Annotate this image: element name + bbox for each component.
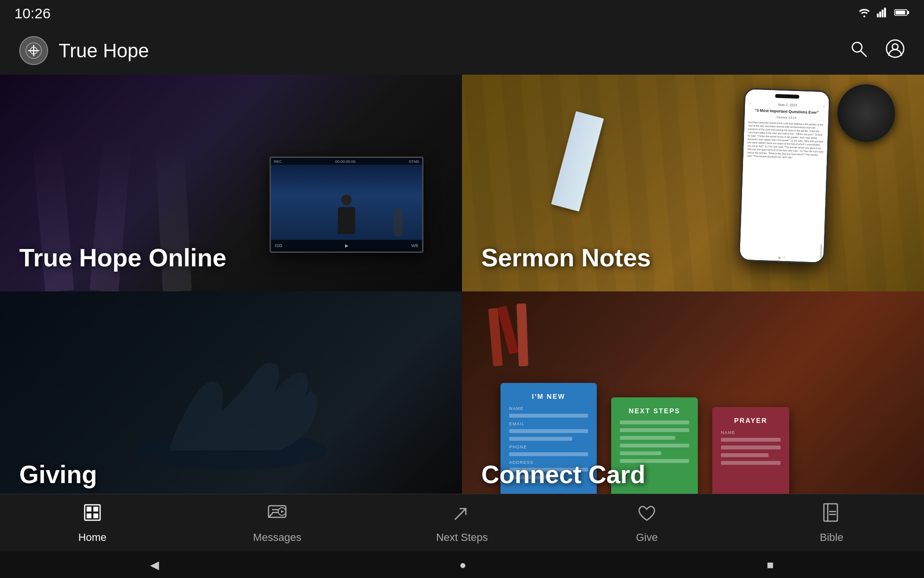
nav-label-home: Home (78, 531, 107, 544)
nav-label-messages: Messages (253, 531, 301, 544)
svg-rect-6 (907, 11, 909, 14)
svg-point-0 (863, 15, 865, 17)
home-icon (82, 502, 103, 527)
svg-rect-1 (877, 13, 879, 17)
next-steps-icon (451, 502, 473, 527)
svg-point-10 (852, 42, 862, 52)
phone-sermon-title: "3 Most Important Questions Ever" (749, 108, 825, 115)
svg-rect-17 (93, 507, 98, 512)
bottom-nav: Home Messages Next Steps (0, 494, 924, 552)
back-button[interactable]: ◀ (150, 558, 159, 572)
svg-point-13 (892, 44, 898, 50)
giving-label: Giving (19, 460, 97, 489)
giving-cell[interactable]: Giving (0, 291, 462, 508)
content-grid: REC 00:00:00:00 STND ISO ▶ WB True Hope … (0, 75, 924, 508)
bible-icon (821, 502, 842, 527)
system-nav: ◀ ● ■ (0, 552, 924, 578)
search-icon[interactable] (849, 39, 868, 63)
svg-rect-2 (879, 12, 881, 17)
signal-icon (877, 7, 888, 20)
nav-item-give[interactable]: Give (554, 502, 739, 544)
nav-item-next-steps[interactable]: Next Steps (370, 502, 554, 544)
app-bar: True Hope (0, 26, 924, 75)
phone-sermon-body: And they heard the sound of the Lord God… (747, 120, 824, 160)
nav-label-bible: Bible (820, 531, 844, 544)
give-icon (636, 502, 657, 527)
prayer-card-title: PRAYER (721, 417, 781, 424)
next-steps-card-title: NEXT STEPS (620, 407, 689, 415)
status-icons (858, 7, 910, 20)
true-hope-online-label: True Hope Online (19, 243, 227, 272)
svg-rect-19 (93, 513, 98, 518)
app-logo (19, 36, 48, 65)
app-title: True Hope (59, 40, 149, 62)
phone-notch (775, 94, 799, 99)
phone-sermon-subtitle: Genesis 3:8-13 (748, 115, 824, 120)
app-bar-left: True Hope (19, 36, 149, 65)
nav-item-bible[interactable]: Bible (739, 502, 924, 544)
app-bar-right (849, 39, 905, 63)
messages-icon (267, 502, 288, 527)
nav-label-next-steps: Next Steps (436, 531, 488, 544)
connect-card-cell[interactable]: I'M NEW NAME EMAIL PHONE ADDRESS NEXT ST… (462, 291, 924, 508)
recent-button[interactable]: ■ (767, 558, 774, 572)
svg-rect-7 (896, 11, 905, 14)
home-button[interactable]: ● (459, 558, 466, 572)
wifi-icon (858, 7, 871, 20)
nav-item-home[interactable]: Home (0, 502, 185, 544)
svg-rect-24 (824, 504, 837, 521)
person-silhouette (334, 195, 359, 238)
true-hope-online-cell[interactable]: REC 00:00:00:00 STND ISO ▶ WB True Hope … (0, 75, 462, 291)
nav-label-give: Give (636, 531, 657, 544)
battery-icon (894, 7, 910, 20)
phone-screen: ← Now 2, 2023 ≡ "3 Most Important Questi… (740, 89, 829, 263)
profile-icon[interactable] (886, 39, 905, 63)
status-time: 10:26 (14, 5, 51, 22)
status-bar: 10:26 (0, 0, 924, 26)
svg-rect-4 (884, 8, 886, 17)
decorative-ribbons (486, 303, 532, 371)
svg-rect-3 (882, 10, 884, 17)
svg-point-9 (30, 47, 37, 54)
svg-rect-16 (87, 507, 91, 512)
connect-card-label: Connect Card (481, 460, 645, 489)
dark-object (837, 84, 895, 142)
im-new-card-title: I'M NEW (509, 393, 588, 400)
svg-line-11 (861, 51, 866, 56)
svg-line-23 (455, 510, 465, 519)
nav-item-messages[interactable]: Messages (185, 502, 370, 544)
camera-screen: REC 00:00:00:00 STND ISO ▶ WB (270, 157, 424, 253)
sermon-notes-label: Sermon Notes (481, 243, 651, 272)
prayer-card[interactable]: PRAYER NAME (712, 407, 789, 499)
phone-mockup: ← Now 2, 2023 ≡ "3 Most Important Questi… (738, 88, 831, 264)
sermon-notes-cell[interactable]: ← Now 2, 2023 ≡ "3 Most Important Questi… (462, 75, 924, 291)
svg-rect-18 (87, 513, 91, 518)
